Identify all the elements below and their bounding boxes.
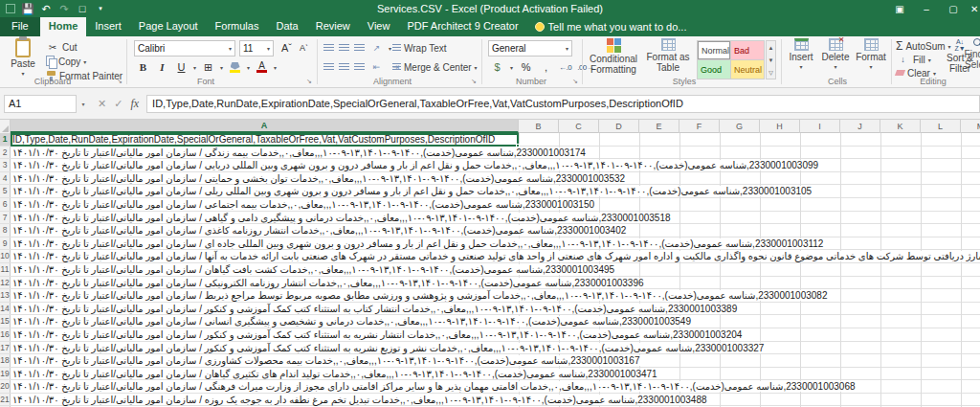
row-header-5[interactable]: 5 [0, 185, 11, 197]
format-as-table-button[interactable]: Format as Table [643, 38, 693, 77]
column-header-M[interactable]: M [961, 120, 980, 133]
decrease-indent-icon[interactable]: ⇤ [369, 60, 384, 75]
row-header-7[interactable]: 7 [0, 212, 11, 224]
font-family-select[interactable]: Calibri ▾ [134, 40, 235, 57]
row-header-10[interactable]: 10 [0, 250, 11, 262]
cancel-icon[interactable]: ✕ [98, 98, 106, 110]
merge-center-button[interactable]: Merge & Center ▾ [392, 59, 478, 75]
row-header-9[interactable]: 9 [0, 237, 11, 250]
select-all-corner[interactable] [0, 120, 11, 133]
close-icon[interactable]: ✕ [967, 0, 980, 17]
paste-button[interactable]: Paste ▾ [2, 38, 44, 77]
row-header-19[interactable]: 19 [0, 368, 11, 380]
style-normal[interactable]: Normal [698, 41, 730, 59]
percent-style-icon[interactable]: % [519, 60, 533, 75]
row-header-12[interactable]: 12 [0, 277, 11, 289]
row-header-13[interactable]: 13 [0, 289, 11, 302]
increase-font-icon[interactable]: Aˇ [279, 41, 294, 56]
font-color-button[interactable]: A [255, 60, 269, 75]
insert-function-icon[interactable]: fx [130, 97, 139, 111]
column-header-C[interactable]: C [559, 120, 599, 133]
orientation-icon[interactable]: ↗ [369, 41, 384, 56]
align-bottom-icon[interactable] [354, 44, 365, 53]
name-box[interactable]: A1 [4, 95, 77, 113]
column-header-K[interactable]: K [880, 120, 921, 133]
underline-button[interactable]: U [174, 60, 189, 75]
row-header-20[interactable]: 20 [0, 380, 11, 393]
row-header-3[interactable]: 3 [0, 159, 11, 171]
undo-icon[interactable]: ↶ [40, 3, 52, 14]
italic-button[interactable]: I [155, 60, 169, 75]
name-box-caret-icon[interactable]: ▾ [77, 95, 90, 113]
column-header-G[interactable]: G [720, 120, 760, 133]
column-header-H[interactable]: H [760, 120, 800, 133]
column-header-A[interactable]: A [11, 120, 519, 133]
alignment-dialog-launcher[interactable]: ↘ [469, 77, 478, 85]
column-header-F[interactable]: F [679, 120, 720, 133]
font-size-select[interactable]: 11 ▾ [239, 40, 274, 57]
tab-view[interactable]: View [359, 17, 399, 36]
column-header-D[interactable]: D [599, 120, 639, 133]
row-header-2[interactable]: 2 [0, 147, 11, 159]
format-cells-button[interactable]: Format ▾ [854, 38, 888, 77]
align-left-icon[interactable] [323, 63, 334, 72]
row-header-1[interactable]: 1 [0, 133, 11, 146]
wrap-text-button[interactable]: Wrap Text [392, 40, 447, 56]
number-format-select[interactable]: General ▾ [488, 40, 572, 57]
gallery-down-icon[interactable]: ▼ [767, 54, 775, 66]
delete-cells-button[interactable]: Delete ▾ [819, 38, 852, 77]
row-header-17[interactable]: 17 [0, 342, 11, 354]
copy-button[interactable]: Copy ▾ [46, 54, 86, 69]
restore-icon[interactable]: ▢ [940, 0, 967, 17]
style-bad[interactable]: Bad [731, 41, 764, 59]
number-dialog-launcher[interactable]: ↘ [570, 77, 579, 85]
tab-pdf-architect-9-creator[interactable]: PDF Architect 9 Creator [398, 17, 526, 36]
row-header-11[interactable]: 11 [0, 263, 11, 276]
clipboard-dialog-launcher[interactable]: ↘ [115, 77, 123, 85]
tab-file[interactable]: File [0, 17, 40, 36]
tab-page-layout[interactable]: Page Layout [130, 17, 207, 36]
tab-review[interactable]: Review [307, 17, 359, 36]
comma-style-icon[interactable]: , [539, 60, 553, 75]
cell-A20[interactable]: 2330001003068,شناسه عمومی(خدمت),۱۴۰۰-۰۹-… [11, 380, 980, 393]
align-middle-icon[interactable] [339, 44, 349, 53]
row-header-18[interactable]: 18 [0, 354, 11, 367]
tab-formulas[interactable]: Formulas [207, 17, 268, 36]
column-header-L[interactable]: L [921, 120, 961, 133]
find-select-button[interactable]: Find & Select [959, 38, 980, 77]
align-top-icon[interactable] [323, 44, 334, 53]
column-header-E[interactable]: E [639, 120, 679, 133]
gallery-more-icon[interactable]: ▽ [767, 66, 775, 79]
row-header-8[interactable]: 8 [0, 224, 11, 237]
print-preview-icon[interactable]: □ [77, 3, 88, 14]
cut-button[interactable]: ✂ Cut [46, 39, 78, 55]
cell-A10[interactable]: 2330001003051,شناسه عمومی(خدمت),۱۴۰۰-۰۹-… [11, 250, 980, 262]
row-header-4[interactable]: 4 [0, 172, 11, 185]
column-header-J[interactable]: J [840, 120, 880, 133]
bold-button[interactable]: B [136, 60, 150, 75]
row-header-14[interactable]: 14 [0, 303, 11, 315]
column-header-B[interactable]: B [519, 120, 559, 133]
style-neutral[interactable]: Neutral [731, 60, 764, 79]
gallery-up-icon[interactable]: ▲ [767, 41, 775, 54]
ribbon-display-options-icon[interactable]: ▣ [886, 0, 913, 17]
save-icon[interactable]: 💾 [22, 3, 33, 14]
minimize-icon[interactable]: – [913, 0, 940, 17]
row-header-6[interactable]: 6 [0, 198, 11, 211]
align-center-icon[interactable] [339, 63, 349, 72]
borders-icon[interactable]: ⊞ [201, 60, 215, 75]
increase-decimal-icon[interactable]: ←.0 [559, 63, 571, 72]
fill-color-button[interactable] [228, 60, 242, 75]
row-header-15[interactable]: 15 [0, 315, 11, 328]
conditional-formatting-button[interactable]: Conditional Formatting [586, 38, 641, 77]
enter-icon[interactable]: ✓ [114, 98, 122, 110]
redo-icon[interactable]: ↷ [58, 3, 70, 14]
column-header-I[interactable]: I [800, 120, 840, 133]
font-dialog-launcher[interactable]: ↘ [304, 77, 313, 85]
tab-data[interactable]: Data [267, 17, 306, 36]
tab-home[interactable]: Home [40, 17, 87, 36]
row-header-21[interactable]: 21 [0, 394, 11, 406]
formula-input[interactable]: ID,Type,Date,RunDate,ExpirationDate,Spec… [146, 95, 980, 113]
insert-cells-button[interactable]: Insert ▾ [785, 38, 817, 77]
accounting-format-icon[interactable]: $ [490, 60, 504, 75]
